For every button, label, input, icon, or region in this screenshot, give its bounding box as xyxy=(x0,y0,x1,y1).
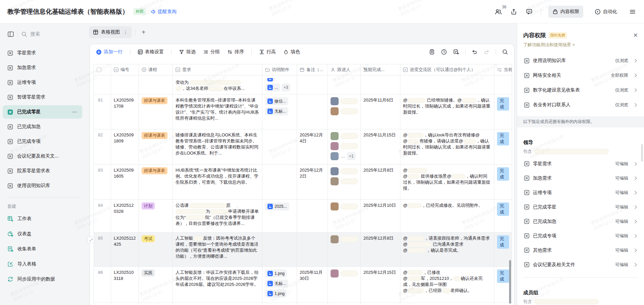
cell-status[interactable]: 完成 xyxy=(494,200,512,232)
sidebar-item[interactable]: 使用说明知识库 xyxy=(3,179,82,192)
cell-attachments[interactable]: 2025... xyxy=(262,200,297,232)
comment-button[interactable] xyxy=(525,8,533,16)
permission-item[interactable]: 会议纪要及相关文件 可编辑 xyxy=(523,257,638,272)
sidebar-new-sync[interactable]: 同步应用中的数据 xyxy=(3,272,82,286)
column-header-status[interactable]: 当前 xyxy=(494,64,512,75)
cell-demand[interactable]: 辅修排课及课程信息与LOOK系统、本科生教务管理系统--排课管理有关数据未同步。… xyxy=(173,129,262,164)
permission-item[interactable]: 网络安全相关 全部权限 xyxy=(523,68,638,83)
sidebar-new-dash-add[interactable]: 仪表盘 xyxy=(3,227,82,241)
cell-followers[interactable] xyxy=(328,200,361,232)
attachment-more-chip[interactable]: +3 xyxy=(282,83,290,92)
cell-status[interactable]: 完成 xyxy=(494,129,512,164)
cell-row-number[interactable]: 85 xyxy=(94,233,111,266)
cell-course[interactable]: 考试 xyxy=(139,233,173,266)
cell-row-number[interactable]: 83 xyxy=(94,165,111,199)
cell-demand[interactable]: 人工智能反馈：毕设工作安排表下载后，抬头的届次不对。现在的应该是2025-202… xyxy=(173,267,262,303)
cell-course[interactable]: 实践 xyxy=(139,267,173,303)
cell-course[interactable]: 计划 xyxy=(139,200,173,232)
table-row[interactable]: 86LX2025103118实践人工智能反馈：毕设工作安排表下载后，抬头的届次不… xyxy=(94,267,512,303)
cell-demand[interactable]: HUB系统“统一发布课表”中增加发布统计比例。优化发布不成功信息，按开课课程、学… xyxy=(173,165,262,199)
cell-row-number[interactable]: 86 xyxy=(94,267,111,303)
expand-record-icon[interactable]: ⤢ xyxy=(88,237,94,243)
cell-progress[interactable]: @，已经完成修改。见说明附件。 xyxy=(400,200,494,232)
cell-progress[interactable]: @ 已经增加辅修。@，确认时间过长，强制确认完成，如果还有问题请重新提报。 xyxy=(400,95,494,129)
undo-button[interactable] xyxy=(472,49,478,55)
permission-item[interactable]: 零星需求 可编辑 xyxy=(523,157,638,171)
cell-attachments[interactable]: 微信...无标... xyxy=(262,95,297,129)
table-scrollbar[interactable] xyxy=(509,260,511,304)
cell-due-date[interactable]: 2025年11月15日 xyxy=(361,129,400,164)
history-button[interactable] xyxy=(441,49,447,55)
table-row[interactable]: 81LX2025091708排课与课表本科生教务管理系统--排课管理--本科生课… xyxy=(94,95,512,129)
attachment-chip[interactable]: 1.png xyxy=(265,269,287,278)
cell-row-number[interactable] xyxy=(94,75,111,94)
cell-id[interactable]: LX2025120328 xyxy=(111,200,139,232)
attachment-chip[interactable]: 1.png xyxy=(265,290,287,298)
sidebar-item[interactable]: 运维专项 xyxy=(3,76,82,89)
cell-followers[interactable] xyxy=(328,267,361,303)
cell-due-date[interactable] xyxy=(361,75,400,94)
remind-review-link[interactable]: 提醒查阅 xyxy=(151,9,177,15)
table-row[interactable]: 83LX2025091605排课与课表HUB系统“统一发布课表”中增加发布统计比… xyxy=(94,165,512,200)
sidebar-item[interactable]: 院系零星需求表 xyxy=(3,164,82,178)
search-input[interactable]: 搜索 xyxy=(31,31,40,37)
cell-note[interactable] xyxy=(297,200,328,232)
panel-scrollbar[interactable] xyxy=(641,144,643,162)
filter-button[interactable]: 筛选 xyxy=(179,49,196,55)
sidebar-new-table-add[interactable]: 工作表 xyxy=(3,212,82,226)
column-header-note[interactable]: 备注（... xyxy=(297,64,328,75)
cell-due-date[interactable]: 2025年12月15日 xyxy=(361,267,400,303)
cell-id[interactable]: LX2025091605 xyxy=(111,165,139,199)
column-header-num[interactable] xyxy=(94,64,111,75)
cell-note[interactable] xyxy=(297,95,328,129)
cell-note[interactable]: 2025年12月4日 xyxy=(297,129,328,164)
permission-item[interactable]: 运维专项 可编辑 xyxy=(523,185,638,200)
cell-course[interactable]: 排课与课表 xyxy=(139,95,173,129)
column-header-due[interactable]: 预期完成... xyxy=(361,64,400,75)
attachment-chip[interactable]: ... xyxy=(265,83,280,92)
table-search-button[interactable] xyxy=(502,49,508,55)
cell-due-date[interactable]: 2025年12月8日 xyxy=(361,233,400,266)
sidebar-new-form-add[interactable]: 收集表单 xyxy=(3,242,82,256)
attachment-chip[interactable]: 无标... xyxy=(265,280,288,288)
add-view-button[interactable]: + xyxy=(139,28,148,36)
cell-row-number[interactable]: 82 xyxy=(94,129,111,164)
cell-row-number[interactable]: 84 xyxy=(94,200,111,232)
cell-progress[interactable]: @，请直接跟段老师，沟通具体需求 @ 已沟通具体需求 @，确认是否完成。 xyxy=(400,233,494,266)
sidebar-item[interactable]: 会议纪要及相关文... xyxy=(3,149,82,163)
cell-demand[interactable]: 本科生教务管理系统--排课管理--本科生课程教学情况统计表中增加“课程设计”、“… xyxy=(173,95,262,129)
table-settings-button[interactable]: 表格设置 xyxy=(138,49,164,55)
close-icon[interactable]: ✕ xyxy=(633,33,638,38)
column-header-demand[interactable]: A需求 xyxy=(173,64,262,75)
attachment-chip[interactable] xyxy=(265,78,275,81)
cell-course[interactable]: 排课与课表 xyxy=(139,165,173,199)
content-permission-button[interactable]: 内容权限 xyxy=(548,6,583,18)
permission-item[interactable]: 已完成专项 可编辑 xyxy=(523,229,638,243)
table-row[interactable]: 82LX2025091809排课与课表辅修排课及课程信息与LOOK系统、本科生教… xyxy=(94,129,512,165)
cell-note[interactable]: 2025年11月30日 xyxy=(297,267,328,303)
cell-course[interactable] xyxy=(139,75,173,94)
cell-status[interactable]: 完成 xyxy=(494,165,512,199)
permission-item[interactable]: 其他需求 可编辑 xyxy=(523,243,638,257)
cell-progress[interactable]: @，已修改 @军，20251210，确认还未完成，见左侧最后一张图 @，已经跟老… xyxy=(400,267,494,303)
sidebar-item[interactable]: 已完成零星⋯ xyxy=(3,105,82,119)
cell-progress[interactable] xyxy=(400,75,494,94)
paste-button[interactable] xyxy=(429,49,435,55)
permission-item[interactable]: 各业务对口联系人 仅浏览 xyxy=(523,98,638,112)
cell-course[interactable]: 排课与课表 xyxy=(139,129,173,164)
sidebar-item[interactable]: 已完成专项 xyxy=(3,135,82,148)
collaborators-button[interactable]: 36 xyxy=(494,8,502,16)
column-header-follower[interactable]: 跟进人 xyxy=(328,64,361,75)
row-height-button[interactable]: 行高 xyxy=(259,49,276,55)
column-header-progress[interactable]: A进度交流区（可以通过@到个人） xyxy=(400,64,494,75)
attachment-chip[interactable]: 无标... xyxy=(265,107,288,115)
cell-followers[interactable] xyxy=(328,95,361,129)
cell-note[interactable] xyxy=(297,75,328,94)
form-add-button[interactable] xyxy=(453,49,459,55)
sidebar-item[interactable]: 已完成加急 xyxy=(3,120,82,133)
permission-item[interactable]: 使用说明知识库 仅浏览 xyxy=(523,53,638,68)
cell-progress[interactable]: @ @ 提供修改场景@，确认时间过长，强制确认完成，如果还有问题请重新提报。 xyxy=(400,165,494,199)
cell-demand[interactable]: 人工智能反馈：因补考考试涉及多个课程，需要增加一个查询补考成绩是否激活的功能（可… xyxy=(173,233,262,266)
sidebar-new-import[interactable]: 导入表格 xyxy=(3,257,82,271)
cell-due-date[interactable]: 2025年12月10日 xyxy=(361,200,400,232)
